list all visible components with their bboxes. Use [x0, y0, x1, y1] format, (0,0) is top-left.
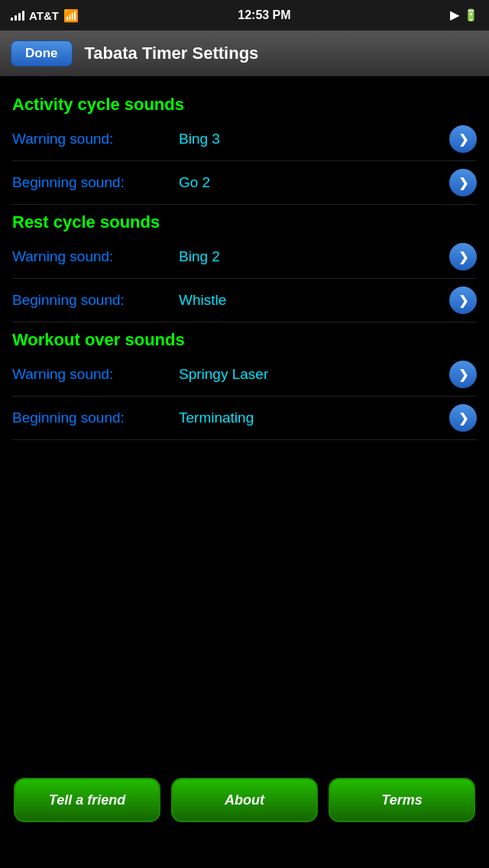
activity-beginning-label: Beginning sound: — [12, 174, 173, 191]
wifi-icon: 📶 — [63, 8, 79, 23]
rest-beginning-label: Beginning sound: — [12, 292, 173, 309]
nav-bar: Done Tabata Timer Settings — [0, 31, 489, 76]
workout-beginning-value: Terminating — [173, 410, 449, 426]
workout-warning-chevron[interactable] — [449, 361, 477, 388]
content: Activity cycle sounds Warning sound: Bin… — [0, 76, 489, 440]
bottom-buttons: Tell a friend About Terms — [0, 778, 489, 822]
activity-warning-row: Warning sound: Bing 3 — [12, 118, 477, 161]
status-right: ▶ 🔋 — [450, 8, 478, 22]
time-label: 12:53 PM — [238, 8, 290, 22]
workout-beginning-row: Beginning sound: Terminating — [12, 397, 477, 440]
workout-warning-row: Warning sound: Springy Laser — [12, 353, 477, 397]
carrier-label: AT&T — [29, 9, 59, 22]
workout-beginning-label: Beginning sound: — [12, 410, 173, 426]
activity-beginning-row: Beginning sound: Go 2 — [12, 161, 477, 205]
activity-section-header: Activity cycle sounds — [12, 95, 477, 115]
status-bar: AT&T 📶 12:53 PM ▶ 🔋 — [0, 0, 489, 31]
activity-beginning-chevron[interactable] — [449, 169, 477, 196]
activity-warning-label: Warning sound: — [12, 131, 173, 147]
rest-beginning-value: Whistle — [173, 292, 449, 309]
about-button[interactable]: About — [171, 778, 318, 822]
activity-warning-value: Bing 3 — [173, 131, 449, 147]
workout-beginning-chevron[interactable] — [449, 404, 477, 432]
rest-warning-chevron[interactable] — [449, 243, 477, 270]
activity-warning-chevron[interactable] — [449, 125, 477, 153]
rest-warning-row: Warning sound: Bing 2 — [12, 235, 477, 279]
rest-warning-label: Warning sound: — [12, 248, 173, 265]
location-icon: ▶ — [450, 8, 459, 22]
battery-icon: 🔋 — [464, 8, 478, 22]
workout-warning-label: Warning sound: — [12, 366, 173, 383]
workout-warning-value: Springy Laser — [173, 366, 449, 383]
activity-beginning-value: Go 2 — [173, 174, 449, 191]
rest-section-header: Rest cycle sounds — [12, 212, 477, 232]
terms-button[interactable]: Terms — [329, 778, 475, 822]
status-left: AT&T 📶 — [11, 8, 79, 23]
nav-title: Tabata Timer Settings — [85, 44, 479, 63]
rest-warning-value: Bing 2 — [173, 248, 449, 265]
tell-friend-button[interactable]: Tell a friend — [14, 778, 160, 822]
rest-beginning-row: Beginning sound: Whistle — [12, 279, 477, 322]
done-button[interactable]: Done — [11, 40, 73, 66]
signal-bars — [11, 10, 24, 21]
rest-beginning-chevron[interactable] — [449, 287, 477, 314]
workout-section-header: Workout over sounds — [12, 330, 477, 350]
